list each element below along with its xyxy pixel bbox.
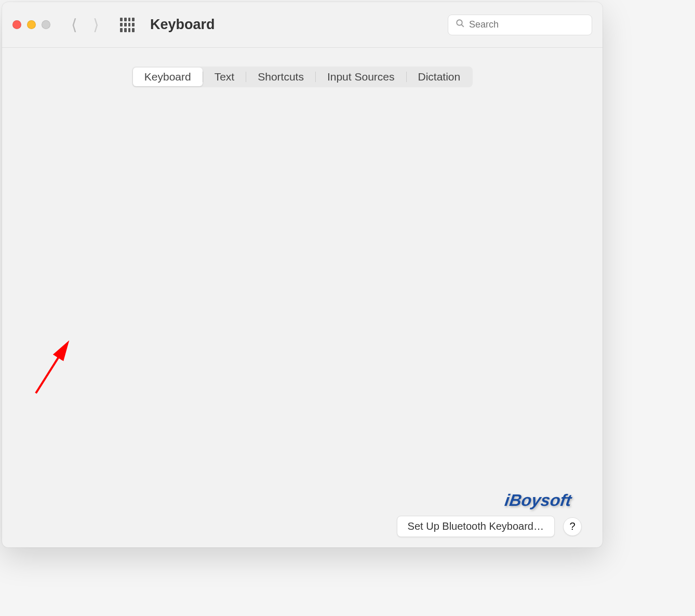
tab-input-sources[interactable]: Input Sources — [316, 68, 406, 86]
checkmark-icon: ✓ — [62, 191, 70, 202]
svg-line-1 — [462, 25, 464, 27]
back-button[interactable]: ⟨ — [71, 16, 77, 34]
help-button[interactable]: ? — [563, 517, 582, 536]
tab-bar: Keyboard Text Shortcuts Input Sources Di… — [132, 66, 473, 87]
modifier-keys-button[interactable]: Modifier Keys… — [471, 455, 566, 476]
bluetooth-keyboard-button[interactable]: Set Up Bluetooth Keyboard… — [397, 516, 555, 537]
search-input[interactable] — [469, 19, 590, 30]
backlight-off-checkbox[interactable]: ✓ — [60, 216, 73, 229]
tab-dictation[interactable]: Dictation — [407, 68, 472, 86]
window-controls — [12, 20, 50, 29]
backlight-off-select[interactable]: 10 secs ▲▼ — [243, 213, 308, 231]
svg-point-0 — [457, 20, 462, 25]
updown-arrows-icon: ▲▼ — [293, 215, 305, 229]
delay-short: Short — [522, 152, 545, 164]
adjust-brightness-checkbox[interactable]: ✓ — [60, 190, 73, 203]
search-box[interactable] — [448, 15, 592, 35]
adjust-brightness-row: ✓ Adjust keyboard brightness in low ligh… — [60, 190, 545, 203]
backlight-off-label-before: Turn keyboard backlight off after — [80, 216, 236, 228]
key-repeat-label: Key Repeat — [60, 119, 205, 131]
key-repeat-slider[interactable] — [60, 142, 205, 145]
backlight-off-label-after: of inactivity — [315, 216, 369, 228]
keyboard-panel: Key Repeat Off Slow Fast — [23, 77, 582, 492]
key-repeat-off: Off — [60, 152, 73, 164]
function-keys-label: Use F1, F2, etc. keys as standard functi… — [80, 280, 310, 292]
nav-arrows: ⟨ ⟩ — [71, 16, 99, 34]
maximize-button[interactable] — [42, 20, 50, 29]
bottom-controls: Set Up Bluetooth Keyboard… ? — [397, 516, 582, 537]
annotation-arrow-icon — [33, 336, 80, 398]
show-all-icon[interactable] — [120, 18, 135, 32]
tab-text[interactable]: Text — [203, 68, 246, 86]
delay-long: Long — [399, 152, 421, 164]
checkmark-icon: ✓ — [62, 216, 70, 227]
search-icon — [456, 19, 465, 31]
key-repeat-block: Key Repeat Off Slow Fast — [60, 119, 205, 164]
delay-repeat-label: Delay Until Repeat — [399, 119, 545, 131]
watermark: iBoysoft — [503, 491, 572, 510]
svg-line-3 — [36, 344, 67, 393]
adjust-brightness-label: Adjust keyboard brightness in low light — [80, 190, 265, 203]
delay-repeat-block: Delay Until Repeat Long Short — [399, 119, 545, 164]
press-fn-select[interactable]: Change Input Source ▲▼ — [139, 246, 342, 264]
function-keys-row: Use F1, F2, etc. keys as standard functi… — [60, 279, 545, 292]
delay-repeat-slider[interactable] — [399, 142, 545, 145]
key-repeat-thumb[interactable] — [176, 136, 182, 151]
content: Keyboard Text Shortcuts Input Sources Di… — [2, 48, 603, 547]
tab-shortcuts[interactable]: Shortcuts — [246, 68, 315, 86]
key-repeat-fast: Fast — [186, 152, 205, 164]
window-title: Keyboard — [150, 17, 448, 33]
tab-keyboard[interactable]: Keyboard — [133, 68, 203, 86]
function-keys-hint: When this option is selected, press the … — [79, 297, 545, 311]
function-keys-checkbox[interactable] — [60, 279, 73, 292]
minimize-button[interactable] — [27, 20, 36, 29]
key-repeat-slow: Slow — [78, 152, 99, 164]
delay-repeat-thumb[interactable] — [460, 136, 467, 151]
press-fn-row: Press fn key to Change Input Source ▲▼ — [60, 246, 545, 264]
close-button[interactable] — [12, 20, 21, 29]
backlight-off-value: 10 secs — [251, 216, 287, 228]
backlight-off-row: ✓ Turn keyboard backlight off after 10 s… — [60, 213, 545, 231]
press-fn-value: Change Input Source — [147, 249, 245, 261]
preferences-window: ⟨ ⟩ Keyboard Keyboard Text Shortcuts Inp… — [2, 2, 603, 547]
press-fn-label: Press fn key to — [60, 249, 132, 261]
updown-arrows-icon: ▲▼ — [327, 248, 340, 262]
forward-button[interactable]: ⟩ — [93, 16, 99, 34]
titlebar: ⟨ ⟩ Keyboard — [2, 2, 603, 48]
